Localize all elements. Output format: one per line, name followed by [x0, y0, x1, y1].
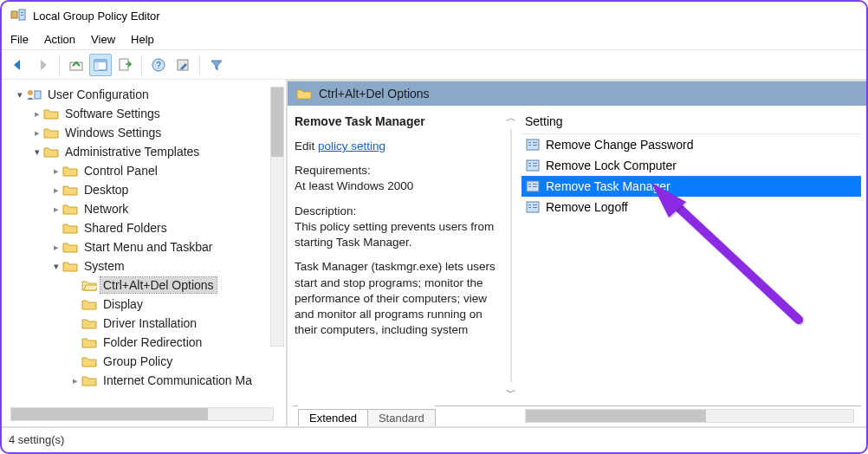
detail-pane: Remove Task Manager Edit policy setting … [288, 106, 506, 405]
folder-icon [62, 241, 78, 253]
user-config-icon [26, 88, 42, 101]
svg-rect-14 [35, 91, 41, 99]
tree-node-windows-settings[interactable]: Windows Settings [5, 123, 286, 142]
tree-pane: User Configuration Software Settings Win… [2, 80, 288, 426]
tab-extended[interactable]: Extended [298, 409, 368, 426]
show-hide-tree-button[interactable] [89, 54, 112, 76]
list-horizontal-scrollbar[interactable] [525, 409, 854, 423]
tree-node-control-panel[interactable]: Control Panel [5, 161, 286, 180]
folder-icon [81, 317, 97, 329]
menu-action[interactable]: Action [44, 33, 75, 46]
export-list-button[interactable] [113, 54, 136, 76]
svg-rect-0 [11, 11, 17, 18]
svg-rect-34 [533, 207, 537, 208]
menu-help[interactable]: Help [131, 33, 154, 46]
tree-node-system[interactable]: System [5, 256, 286, 276]
tree-node-desktop[interactable]: Desktop [5, 180, 286, 199]
edit-policy-link[interactable]: policy setting [318, 139, 385, 152]
svg-rect-29 [533, 186, 537, 187]
description-label: Description: [295, 204, 356, 217]
svg-rect-17 [528, 145, 531, 146]
filter-button[interactable] [205, 54, 228, 76]
tree-node-admin-templates[interactable]: Administrative Templates [5, 142, 286, 161]
toolbar: ? [2, 50, 866, 80]
svg-rect-16 [528, 142, 531, 143]
status-text: 4 setting(s) [9, 433, 64, 446]
tree-node-user-configuration[interactable]: User Configuration [5, 85, 286, 104]
tree-node-folder-redirection[interactable]: Folder Redirection [5, 333, 286, 352]
menu-file[interactable]: File [10, 33, 29, 46]
svg-rect-23 [533, 163, 537, 164]
status-bar: 4 setting(s) [2, 428, 866, 451]
policy-setting-icon [525, 200, 541, 214]
menu-bar: File Action View Help [2, 29, 866, 50]
tree-node-internet-comm[interactable]: Internet Communication Ma [5, 371, 286, 390]
tree-node-shared-folders[interactable]: Shared Folders [5, 218, 286, 237]
folder-icon [43, 107, 59, 120]
folder-icon [81, 355, 97, 367]
folder-icon [62, 203, 78, 215]
right-pane: Ctrl+Alt+Del Options Remove Task Manager… [288, 80, 866, 426]
policy-title: Remove Task Manager [295, 114, 499, 128]
svg-point-13 [28, 90, 33, 95]
chevron-up-icon: ︿ [506, 111, 516, 126]
up-level-button[interactable] [65, 54, 87, 76]
tree-node-software-settings[interactable]: Software Settings [5, 104, 286, 123]
svg-rect-27 [528, 186, 531, 187]
back-button[interactable] [7, 54, 29, 76]
column-header-setting[interactable]: Setting [521, 113, 861, 134]
svg-rect-18 [533, 142, 537, 143]
folder-icon [62, 165, 78, 177]
window-title: Local Group Policy Editor [33, 10, 160, 23]
properties-button[interactable] [172, 54, 194, 76]
svg-rect-33 [533, 204, 537, 205]
tree-node-start-menu[interactable]: Start Menu and Taskbar [5, 237, 286, 256]
forward-button[interactable] [31, 54, 54, 76]
requirements-label: Requirements: [295, 164, 371, 177]
list-item-label: Remove Lock Computer [546, 159, 677, 172]
folder-icon [296, 88, 312, 100]
list-item[interactable]: Remove Change Password [521, 134, 861, 155]
breadcrumb-text: Ctrl+Alt+Del Options [319, 87, 430, 101]
folder-icon [81, 336, 97, 348]
folder-icon [62, 260, 78, 272]
svg-text:?: ? [156, 61, 161, 70]
folder-icon [62, 184, 78, 196]
tree-node-group-policy[interactable]: Group Policy [5, 352, 286, 371]
svg-rect-21 [528, 163, 531, 164]
svg-rect-31 [528, 204, 531, 205]
tab-standard[interactable]: Standard [367, 409, 436, 426]
tree-horizontal-scrollbar[interactable] [10, 407, 274, 421]
svg-rect-22 [528, 165, 531, 166]
tree-node-driver-installation[interactable]: Driver Installation [5, 314, 286, 333]
list-item-label: Remove Change Password [546, 138, 693, 152]
pane-splitter[interactable]: ︿ ﹀ [506, 106, 516, 405]
tree-node-display[interactable]: Display [5, 295, 286, 314]
policy-setting-icon [525, 159, 541, 172]
svg-rect-7 [94, 62, 99, 70]
folder-icon [62, 222, 78, 234]
svg-rect-19 [533, 145, 537, 146]
svg-rect-24 [533, 165, 537, 166]
title-bar: Local Group Policy Editor [2, 2, 866, 29]
svg-rect-32 [528, 207, 531, 208]
breadcrumb: Ctrl+Alt+Del Options [288, 81, 866, 106]
list-item-label: Remove Logoff [546, 200, 628, 214]
tree-node-cad-options[interactable]: Ctrl+Alt+Del Options [5, 276, 286, 295]
tree-node-network[interactable]: Network [5, 199, 286, 218]
folder-icon [81, 374, 97, 386]
help-button[interactable]: ? [147, 54, 170, 76]
menu-view[interactable]: View [91, 33, 115, 46]
policy-setting-icon [525, 138, 541, 152]
gpedit-icon [10, 8, 26, 23]
tree-vertical-scrollbar[interactable] [270, 87, 284, 347]
svg-rect-3 [21, 15, 23, 16]
annotation-arrow-icon [634, 172, 807, 328]
description-text-1: This policy setting prevents users from … [295, 220, 494, 249]
folder-icon [43, 126, 59, 139]
policy-setting-icon [525, 179, 541, 193]
description-text-2: Task Manager (taskmgr.exe) lets users st… [295, 259, 499, 338]
svg-rect-2 [21, 12, 23, 13]
svg-rect-26 [528, 184, 531, 185]
requirements-value: At least Windows 2000 [295, 179, 413, 192]
